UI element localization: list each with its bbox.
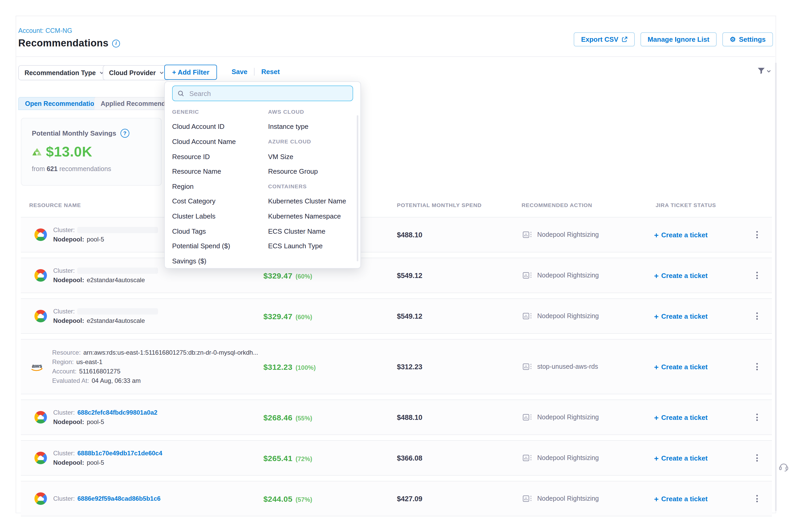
section-generic: GENERIC xyxy=(172,109,199,115)
filter-option[interactable]: Cloud Account Name xyxy=(172,138,236,146)
rightsizing-icon xyxy=(522,494,533,503)
create-ticket-button[interactable]: +Create a ticket xyxy=(647,312,746,320)
search-input[interactable] xyxy=(188,89,347,98)
create-ticket-button[interactable]: +Create a ticket xyxy=(647,271,746,279)
savings-amount: $13.0K xyxy=(46,144,92,160)
create-ticket-button[interactable]: +Create a ticket xyxy=(647,454,746,462)
info-icon[interactable]: i xyxy=(112,39,120,47)
support-button[interactable] xyxy=(778,461,789,475)
reset-filter-button[interactable]: Reset xyxy=(261,68,280,76)
filter-option[interactable]: Kubernetes Namespace xyxy=(268,212,341,220)
aws-icon: aws xyxy=(29,361,47,372)
col-potential-monthly-spend: POTENTIAL MONTHLY SPEND xyxy=(391,202,516,208)
cluster-link[interactable]: 688c2fefc84fbdc99801a0a2 xyxy=(77,409,157,416)
filter-option[interactable]: Cloud Tags xyxy=(172,227,206,235)
gcp-icon xyxy=(34,411,47,423)
manage-ignore-list-button[interactable]: Manage Ignore List xyxy=(640,32,717,46)
tab-open-recommendations[interactable]: Open Recommendations xyxy=(18,97,107,110)
savings-leaf-icon xyxy=(32,148,42,156)
filter-option[interactable]: ECS Cluster Name xyxy=(268,227,325,235)
plus-icon: + xyxy=(654,312,659,320)
recommendation-type-label: Recommendation Type xyxy=(24,69,96,76)
filter-option[interactable]: ECS Launch Type xyxy=(268,242,323,250)
settings-button[interactable]: ⚙ Settings xyxy=(722,32,773,46)
table-row[interactable]: Cluster:6886e92f59a48cad86b5b1c6 $244.05… xyxy=(21,481,772,516)
divider xyxy=(254,68,254,76)
filter-option[interactable]: Resource Name xyxy=(172,167,221,175)
save-filter-button[interactable]: Save xyxy=(232,68,247,76)
savings-subtitle: from 621 recommendations xyxy=(32,165,161,173)
create-ticket-button[interactable]: +Create a ticket xyxy=(647,363,746,370)
recommendations-table: RESOURCE NAME POTENTIAL MONTHLY SPEND RE… xyxy=(21,198,772,516)
potential-savings-card: Potential Monthly Savings ? $13.0K from … xyxy=(21,118,162,186)
table-row[interactable]: Cluster:688c2fefc84fbdc99801a0a2 Nodepoo… xyxy=(21,400,772,435)
recommendation-type-filter[interactable]: Recommendation Type xyxy=(18,65,110,80)
col-recommended-action: RECOMMENDED ACTION xyxy=(516,202,647,208)
recommended-action-label: Nodepool Rightsizing xyxy=(537,414,599,421)
row-menu-button[interactable] xyxy=(754,363,759,370)
table-row[interactable]: Cluster:6888b1c70e49db17c1de60c4 Nodepoo… xyxy=(21,440,772,476)
row-menu-button[interactable] xyxy=(754,231,759,239)
filter-option[interactable]: Region xyxy=(172,183,193,190)
table-row[interactable]: aws Resource:arn:aws:rds:us-east-1:51161… xyxy=(21,339,772,394)
table-row[interactable]: Cluster: Nodepool:pool-5 $488.10 Nodepoo… xyxy=(21,217,772,252)
plus-icon: + xyxy=(654,413,659,421)
row-menu-button[interactable] xyxy=(754,495,759,502)
filter-option[interactable]: Cloud Account ID xyxy=(172,123,225,131)
plus-icon: + xyxy=(654,363,659,370)
filter-panel-button[interactable] xyxy=(757,67,771,75)
create-ticket-button[interactable]: +Create a ticket xyxy=(647,231,746,239)
savings-card-title: Potential Monthly Savings xyxy=(32,129,116,137)
dropdown-scrollbar[interactable] xyxy=(357,115,358,261)
potential-spend-value: $312.23 xyxy=(397,363,422,371)
cloud-provider-label: Cloud Provider xyxy=(109,69,156,76)
table-row[interactable]: Cluster: Nodepool:e2standar4autoscale $3… xyxy=(21,258,772,293)
gcp-icon xyxy=(34,310,47,322)
filter-option[interactable]: Instance type xyxy=(268,123,308,131)
monthly-savings-value: $329.47 xyxy=(263,271,292,280)
filter-option[interactable]: Potential Spend ($) xyxy=(172,242,230,250)
rightsizing-icon xyxy=(522,312,533,320)
gcp-icon xyxy=(34,269,47,282)
section-aws-cloud: AWS CLOUD xyxy=(268,109,304,115)
export-csv-button[interactable]: Export CSV xyxy=(574,32,634,46)
row-menu-button[interactable] xyxy=(754,414,759,421)
filter-option[interactable]: Kubernetes Cluster Name xyxy=(268,197,346,205)
section-containers: CONTAINERS xyxy=(268,183,307,190)
page-scrollbar[interactable] xyxy=(775,62,777,511)
rightsizing-icon xyxy=(522,454,533,462)
table-row[interactable]: Cluster: Nodepool:e2standar4autoscale $3… xyxy=(21,298,772,334)
header-divider xyxy=(16,56,775,57)
row-menu-button[interactable] xyxy=(754,454,759,461)
cloud-provider-filter[interactable]: Cloud Provider xyxy=(103,65,170,80)
monthly-savings-value: $312.23 xyxy=(263,362,292,371)
redacted-value xyxy=(77,227,158,233)
redacted-value xyxy=(77,268,158,274)
potential-spend-value: $549.12 xyxy=(397,272,422,280)
add-filter-button[interactable]: + Add Filter xyxy=(164,65,217,80)
dropdown-search[interactable] xyxy=(172,86,353,101)
filter-option[interactable]: Resource Group xyxy=(268,167,318,175)
row-menu-button[interactable] xyxy=(754,272,759,279)
cluster-link[interactable]: 6886e92f59a48cad86b5b1c6 xyxy=(77,495,160,502)
plus-icon: + xyxy=(654,495,659,502)
filter-option[interactable]: Cost Category xyxy=(172,197,215,205)
recommended-action-label: Nodepool Rightsizing xyxy=(537,231,599,239)
export-csv-label: Export CSV xyxy=(581,36,618,43)
account-breadcrumb[interactable]: Account: CCM-NG xyxy=(18,27,72,34)
row-menu-button[interactable] xyxy=(754,312,759,320)
filter-option[interactable]: VM Size xyxy=(268,153,293,160)
filter-option[interactable]: Cluster Labels xyxy=(172,212,215,220)
rightsizing-icon xyxy=(522,230,533,239)
filter-option[interactable]: Resource ID xyxy=(172,153,210,160)
cluster-link[interactable]: 6888b1c70e49db17c1de60c4 xyxy=(77,450,163,457)
monthly-savings-value: $244.05 xyxy=(263,494,292,503)
help-icon[interactable]: ? xyxy=(120,129,129,138)
filter-option[interactable]: Savings ($) xyxy=(172,257,207,265)
recommended-action-label: stop-unused-aws-rds xyxy=(537,363,598,370)
create-ticket-button[interactable]: +Create a ticket xyxy=(647,495,746,502)
create-ticket-button[interactable]: +Create a ticket xyxy=(647,413,746,421)
potential-spend-value: $549.12 xyxy=(397,312,422,320)
manage-ignore-list-label: Manage Ignore List xyxy=(648,36,709,43)
chevron-down-icon xyxy=(767,70,771,72)
